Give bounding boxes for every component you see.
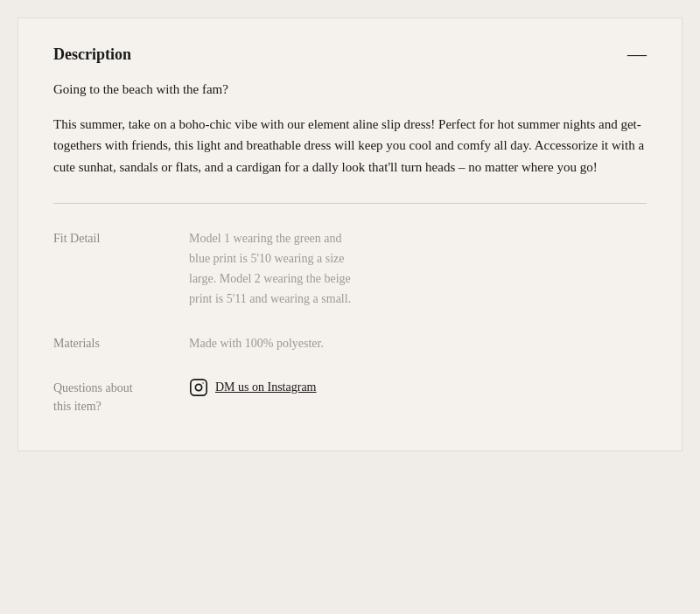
svg-point-1 <box>195 385 201 391</box>
product-description-card: Description — Going to the beach with th… <box>18 17 682 451</box>
description-intro: Going to the beach with the fam? <box>53 80 647 100</box>
fit-detail-label: Fit Detail <box>53 228 189 248</box>
description-body: This summer, take on a boho-chic vibe wi… <box>53 114 647 178</box>
description-title: Description <box>53 45 131 64</box>
questions-label-line1: Questions about <box>53 381 133 394</box>
section-divider <box>53 203 647 204</box>
svg-point-2 <box>202 382 203 383</box>
svg-rect-0 <box>191 380 206 395</box>
instagram-link-area[interactable]: DM us on Instagram <box>189 378 317 397</box>
materials-value: Made with 100% polyester. <box>189 333 324 353</box>
instagram-icon <box>189 378 208 397</box>
materials-label: Materials <box>53 333 189 352</box>
collapse-icon[interactable]: — <box>627 45 647 64</box>
materials-row: Materials Made with 100% polyester. <box>53 333 647 353</box>
instagram-link[interactable]: DM us on Instagram <box>215 380 317 394</box>
questions-label-line2: this item? <box>53 400 102 413</box>
fit-detail-value: Model 1 wearing the green and blue print… <box>189 228 364 309</box>
details-section: Fit Detail Model 1 wearing the green and… <box>53 228 647 415</box>
questions-label: Questions about this item? <box>53 378 189 415</box>
description-header: Description — <box>53 45 647 64</box>
fit-detail-row: Fit Detail Model 1 wearing the green and… <box>53 228 647 309</box>
questions-row: Questions about this item? DM us on Inst… <box>53 378 647 415</box>
